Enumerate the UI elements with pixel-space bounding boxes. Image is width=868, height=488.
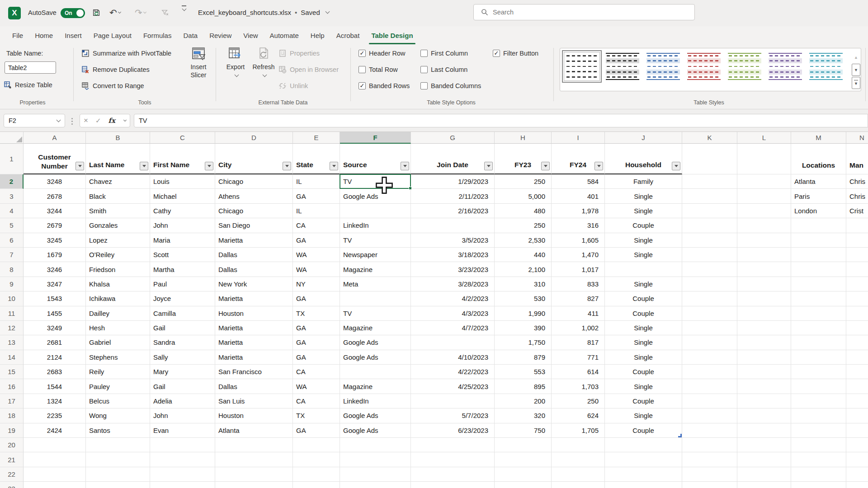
cell-K7[interactable] (682, 248, 737, 262)
cell-L22[interactable] (737, 467, 791, 482)
table-style-swatch-light-teal[interactable] (808, 52, 844, 81)
cell-J4[interactable]: Single (605, 204, 682, 218)
cell-D15[interactable]: San Francisco (215, 365, 293, 379)
cell-F7[interactable]: Newspaper (340, 248, 411, 262)
cell-G18[interactable]: 5/7/2023 (411, 408, 495, 423)
cell-G2[interactable]: 1/29/2023 (411, 174, 495, 189)
cell-E3[interactable]: GA (293, 189, 340, 203)
table-style-swatch-light-black[interactable] (604, 52, 641, 81)
cell-A19[interactable]: 2424 (24, 423, 86, 438)
cell-I4[interactable]: 1,978 (552, 204, 605, 218)
row-header-2[interactable]: 2 (0, 174, 24, 189)
cell-I7[interactable]: 1,470 (552, 248, 605, 262)
cell-F17[interactable]: LinkedIn (340, 394, 411, 408)
cell-H13[interactable]: 1,750 (495, 335, 552, 350)
filter-button-checkbox[interactable]: ✓Filter Button (493, 47, 538, 60)
column-header-F[interactable]: F (340, 132, 411, 144)
cell-F14[interactable]: Google Ads (340, 350, 411, 365)
undo-dropdown-icon[interactable] (118, 10, 121, 13)
cell-D9[interactable]: New York (215, 277, 293, 291)
cell-N12[interactable] (846, 321, 868, 335)
table-style-swatch-light-green[interactable] (726, 52, 763, 81)
clear-filter-button[interactable] (161, 5, 169, 20)
cell-H21[interactable] (495, 452, 552, 467)
cell-E6[interactable]: GA (293, 233, 340, 248)
cell-J20[interactable] (605, 438, 682, 452)
table-style-swatch-light-red[interactable] (686, 52, 722, 81)
cell-C10[interactable]: Joyce (150, 291, 215, 306)
properties-button-disabled[interactable]: Properties (278, 47, 320, 60)
cell-E7[interactable]: WA (293, 248, 340, 262)
cell-N16[interactable] (846, 379, 868, 394)
cell-I5[interactable]: 316 (552, 218, 605, 233)
cell-C15[interactable]: Mary (150, 365, 215, 379)
cell-J18[interactable]: Single (605, 408, 682, 423)
cell-M16[interactable] (791, 379, 846, 394)
cell-F15[interactable] (340, 365, 411, 379)
cell-B18[interactable]: Wong (86, 408, 150, 423)
filter-button-I[interactable] (594, 162, 603, 170)
column-header-L[interactable]: L (737, 132, 791, 144)
resize-table-button[interactable]: Resize Table (4, 79, 52, 91)
cell-K8[interactable] (682, 262, 737, 277)
row-header-21[interactable]: 21 (0, 452, 24, 467)
cell-I19[interactable]: 1,705 (552, 423, 605, 438)
cell-N21[interactable] (846, 452, 868, 467)
cell-C3[interactable]: Michael (150, 189, 215, 203)
cell-I21[interactable] (552, 452, 605, 467)
formula-bar-grip[interactable] (71, 118, 73, 119)
tab-page-layout[interactable]: Page Layout (88, 28, 137, 43)
cell-D22[interactable] (215, 467, 293, 482)
cell-F23[interactable] (340, 482, 411, 488)
cell-K12[interactable] (682, 321, 737, 335)
tab-file[interactable]: File (6, 28, 29, 43)
cell-H20[interactable] (495, 438, 552, 452)
cell-K20[interactable] (682, 438, 737, 452)
cell-L19[interactable] (737, 423, 791, 438)
cell-H8[interactable]: 2,100 (495, 262, 552, 277)
cell-E11[interactable]: TX (293, 306, 340, 321)
cell-H16[interactable]: 895 (495, 379, 552, 394)
cell-A21[interactable] (24, 452, 86, 467)
cell-H3[interactable]: 5,000 (495, 189, 552, 203)
cell-I10[interactable]: 827 (552, 291, 605, 306)
cell-M4[interactable]: London (791, 204, 846, 218)
cell-N11[interactable] (846, 306, 868, 321)
tab-insert[interactable]: Insert (59, 28, 88, 43)
cell-D14[interactable]: Marietta (215, 350, 293, 365)
cell-J9[interactable]: Single (605, 277, 682, 291)
cell-C13[interactable]: Sandra (150, 335, 215, 350)
cell-B3[interactable]: Black (86, 189, 150, 203)
cell-G13[interactable] (411, 335, 495, 350)
tab-automate[interactable]: Automate (264, 28, 305, 43)
cell-L12[interactable] (737, 321, 791, 335)
cell-M19[interactable] (791, 423, 846, 438)
cell-C22[interactable] (150, 467, 215, 482)
cell-A14[interactable]: 2124 (24, 350, 86, 365)
row-header-6[interactable]: 6 (0, 233, 24, 248)
row-header-4[interactable]: 4 (0, 204, 24, 218)
cell-L3[interactable] (737, 189, 791, 203)
cell-K3[interactable] (682, 189, 737, 203)
cell-E12[interactable]: GA (293, 321, 340, 335)
cell-D19[interactable]: Atlanta (215, 423, 293, 438)
cell-J22[interactable] (605, 467, 682, 482)
insert-slicer-button[interactable]: Insert Slicer (184, 47, 212, 96)
column-header-E[interactable]: E (293, 132, 340, 144)
cell-M14[interactable] (791, 350, 846, 365)
cell-A6[interactable]: 3245 (24, 233, 86, 248)
cell-D11[interactable]: Houston (215, 306, 293, 321)
cell-J17[interactable]: Couple (605, 394, 682, 408)
cell-K1[interactable] (682, 144, 737, 174)
cell-I20[interactable] (552, 438, 605, 452)
cell-C20[interactable] (150, 438, 215, 452)
cell-A7[interactable]: 1679 (24, 248, 86, 262)
row-header-13[interactable]: 13 (0, 335, 24, 350)
total-row-checkbox[interactable]: Total Row (359, 63, 398, 76)
row-header-15[interactable]: 15 (0, 365, 24, 379)
cell-H19[interactable]: 750 (495, 423, 552, 438)
cell-I22[interactable] (552, 467, 605, 482)
cell-B14[interactable]: Stephens (86, 350, 150, 365)
cell-F9[interactable]: Meta (340, 277, 411, 291)
header-row-checkbox[interactable]: ✓Header Row (359, 47, 406, 60)
